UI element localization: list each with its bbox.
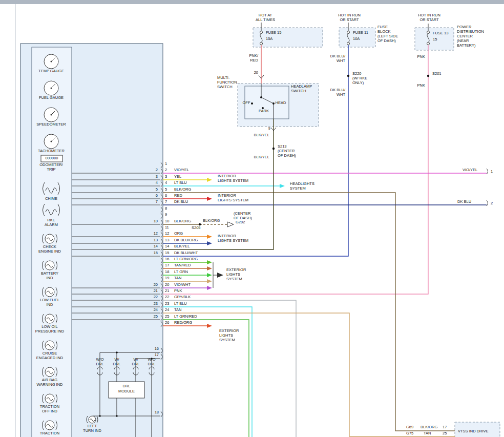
switch-pin-9-label: 9 bbox=[258, 127, 270, 131]
cluster-pin-number: 20 bbox=[150, 283, 158, 287]
hot-in-run-label-1b: OR START bbox=[340, 18, 359, 22]
connector-pin-number: 14 bbox=[165, 244, 169, 248]
rke-alarm-label-1: RKE bbox=[47, 218, 55, 222]
wire-tan-2 bbox=[163, 313, 455, 436]
cluster-pin-number: 23 bbox=[150, 302, 158, 306]
check-engine-label-2: ENGINE IND bbox=[38, 249, 61, 254]
drl-module-label-1: DRL bbox=[122, 384, 130, 388]
wire-color-label: VIO/YEL bbox=[174, 168, 189, 172]
diagram-artwork bbox=[0, 0, 504, 437]
cluster-pin-18-label: 18 bbox=[150, 410, 159, 414]
multifunction-switch-title-1: MULTI- bbox=[217, 76, 229, 80]
chime-label: CHIME bbox=[45, 197, 57, 201]
airbag-label-1: AIR BAG bbox=[42, 378, 57, 382]
rke-alarm-label-2: ALARM bbox=[45, 223, 58, 227]
connector-pin-number: 23 bbox=[165, 302, 169, 306]
cluster-pin-number: 13 bbox=[150, 238, 158, 242]
pnk-red-wire-label: PNK/ bbox=[228, 54, 258, 58]
headlamp-switch-title-1: HEADLAMP bbox=[291, 85, 312, 89]
dk-blu-wht-wire-label-1a: DK BLU/ bbox=[316, 54, 345, 58]
switch-position-park: PARK bbox=[259, 109, 269, 113]
cluster-pin-number: 7 bbox=[150, 200, 158, 204]
exterior-lights-dest-2c: SYSTEM bbox=[219, 338, 235, 342]
dk-blu-wht-wire-label-2b: WHT bbox=[316, 93, 345, 97]
low-fuel-label-1: LOW FUEL bbox=[40, 298, 59, 302]
hot-in-run-label-1a: HOT IN RUN bbox=[338, 13, 361, 17]
splice-s201-label: S201 bbox=[432, 72, 442, 76]
connector-pin-number: 9 bbox=[165, 213, 167, 217]
exterior-lights-dest-2b: LIGHTS bbox=[219, 334, 233, 338]
drl-option-4a: W/O bbox=[148, 358, 156, 362]
splice-s213-note-1: (CENTER bbox=[278, 149, 295, 153]
drl-option-1b: DRL bbox=[96, 362, 103, 366]
wire-color-label: GRY/BLK bbox=[174, 295, 191, 299]
ground-g202-label: G202 bbox=[236, 220, 245, 224]
fuse-11-label: FUSE 11 bbox=[353, 31, 368, 35]
fuse-block-title-3: (LEFT SIDE bbox=[377, 34, 398, 38]
wire-color-label: BLK/ORG bbox=[174, 219, 191, 223]
speedometer-label: SPEEDOMETER bbox=[36, 122, 66, 127]
interior-lights-dest-3b: LIGHTS SYSTEM bbox=[218, 239, 248, 243]
connector-pin-number: 22 bbox=[165, 295, 169, 299]
connector-pin-number: 5 bbox=[165, 188, 167, 192]
wire-color-label: LT BLU bbox=[174, 302, 187, 306]
drl-option-2b: DRL bbox=[113, 362, 120, 366]
multifunction-switch-title-3: SWITCH bbox=[217, 85, 233, 89]
hot-at-all-times-label-2: ALL TIMES bbox=[256, 18, 275, 22]
splice-s220-note-2: ONLY) bbox=[352, 81, 364, 85]
switch-position-head: HEAD bbox=[276, 101, 286, 105]
exterior-lights-dest-2a: EXTERIOR bbox=[219, 329, 239, 333]
drl-option-1a: W/O bbox=[96, 358, 104, 362]
switch-pin-20-label: 20 bbox=[246, 71, 258, 75]
connector-pin-number: 1 bbox=[165, 162, 167, 166]
pnk-wire-label-1: PNK bbox=[395, 55, 425, 59]
tachometer-label: TACHOMETER bbox=[38, 149, 65, 153]
connector-pin-number: 15 bbox=[165, 251, 169, 255]
wire-color-label: ORG bbox=[174, 232, 183, 236]
wire-color-label: RED/ORG bbox=[174, 321, 192, 325]
cruise-label-1: CRUISE bbox=[43, 351, 57, 356]
wire-color-label: DK BLU bbox=[174, 200, 188, 204]
wire-color-label: VIO/WHT bbox=[174, 283, 191, 287]
wire-color-label: DK BLU/WHT bbox=[174, 251, 198, 255]
dk-blu-wht-wire-label-1b: WHT bbox=[316, 59, 345, 63]
wire-color-label: TAN bbox=[174, 276, 181, 280]
pdc-title-1: POWER bbox=[457, 25, 471, 29]
hot-in-run-label-2a: HOT IN RUN bbox=[418, 13, 440, 17]
low-fuel-label-2: IND bbox=[47, 303, 53, 307]
fuse-13-rating: 15 bbox=[433, 37, 437, 41]
cluster-pin-number: 25 bbox=[150, 315, 158, 319]
connector-pin-number: 16 bbox=[165, 257, 169, 261]
battery-ind-label-1: BATTERY bbox=[41, 272, 58, 276]
ground-note-1: (CENTER bbox=[234, 212, 250, 216]
left-turn-label-1: LEFT bbox=[88, 424, 97, 428]
fuse-block-title-2: BLOCK bbox=[377, 30, 390, 34]
cluster-pin-number: 21 bbox=[150, 289, 158, 293]
cluster-pin-number: 2 bbox=[150, 168, 158, 172]
wire-lt-grn-red bbox=[163, 320, 249, 437]
splice-s205-label: S205 bbox=[192, 226, 201, 230]
drl-module-label-2: MODULE bbox=[118, 389, 135, 393]
drl-option-4b: DRL bbox=[148, 362, 155, 366]
interior-lights-dest-3a: INTERIOR bbox=[218, 234, 236, 238]
connector-pin-number: 12 bbox=[165, 232, 169, 236]
wire-pnk bbox=[163, 45, 428, 295]
splice-s220-note-1: (W/ RKE bbox=[352, 76, 367, 80]
cluster-pin-16-label: 16 bbox=[150, 347, 159, 351]
fuse-15-label: FUSE 15 bbox=[266, 31, 281, 35]
interior-lights-dest-2b: LIGHTS SYSTEM bbox=[218, 198, 248, 202]
pnk-wire-label-2: PNK bbox=[395, 84, 425, 88]
ground-arrow-icon bbox=[227, 222, 234, 227]
splice-s220-label: S220 bbox=[352, 72, 362, 76]
cluster-pin-17-label: 17 bbox=[150, 353, 159, 357]
cluster-pin-number: 24 bbox=[150, 308, 158, 312]
connector-pin-number: 8 bbox=[165, 206, 167, 211]
cruise-label-2: ENGAGED IND bbox=[36, 356, 64, 360]
wire-blk-org bbox=[163, 193, 455, 431]
ground-wire-label: BLK/ORG bbox=[203, 219, 220, 223]
switch-position-off: OFF bbox=[243, 101, 250, 105]
connector-pin-number: 25 bbox=[165, 315, 169, 319]
odometer-value: 000000 bbox=[45, 156, 58, 160]
airbag-label-2: WARNING IND bbox=[37, 383, 63, 387]
connector-pin-number: 18 bbox=[165, 270, 169, 274]
